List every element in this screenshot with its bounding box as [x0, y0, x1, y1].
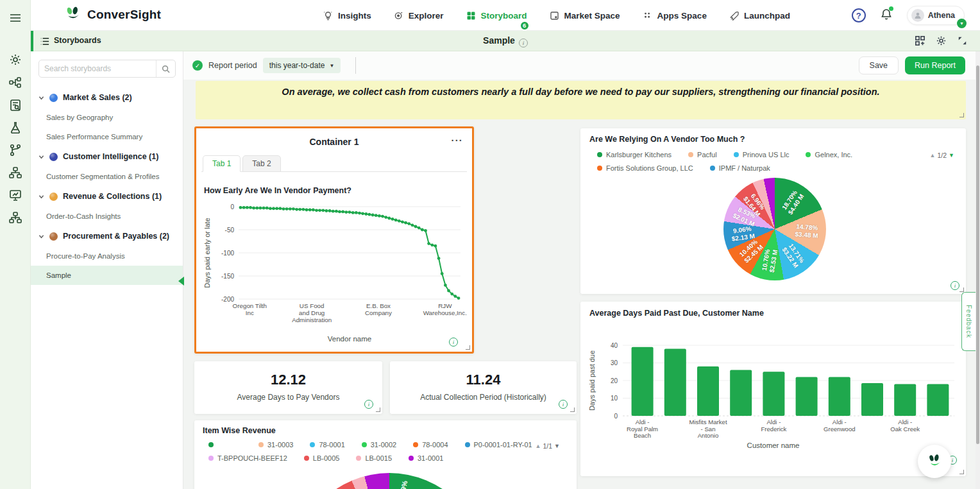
legend-item-LB-0005[interactable]: LB-0005: [304, 454, 340, 462]
sitemap-icon[interactable]: [8, 166, 22, 180]
kpi-card-days-to-pay[interactable]: 12.12 Average Days to Pay Vendors i: [194, 361, 382, 414]
org-chart-icon[interactable]: [8, 210, 22, 225]
user-menu[interactable]: Athena ▼: [907, 6, 965, 25]
board-settings-gear-icon[interactable]: [935, 35, 947, 47]
legend-page-down-icon[interactable]: ▼: [949, 152, 954, 159]
legend-item-31-0002[interactable]: 31-0002: [362, 441, 396, 449]
vendor-pie-card[interactable]: Are We Relying On A Vendor Too Much ? Ka…: [580, 128, 966, 294]
item-revenue-pie-chart[interactable]: 9%: [293, 473, 486, 489]
widget-info-icon[interactable]: i: [449, 338, 458, 347]
search-icon[interactable]: [156, 60, 175, 77]
legend-item-Karlsburger Kitchens[interactable]: Karlsburger Kitchens: [597, 151, 672, 159]
days-past-due-bar-chart[interactable]: 010203040Aldi -Royal PalmBeachMisfits Ma…: [586, 320, 961, 442]
svg-text:Administration: Administration: [292, 316, 332, 323]
nav-explorer[interactable]: Explorer: [393, 10, 444, 21]
report-period-dropdown[interactable]: this year-to-date▼: [263, 58, 341, 73]
legend-item-Fortis Solutions Group, LLC[interactable]: Fortis Solutions Group, LLC: [597, 164, 693, 172]
git-branch-icon[interactable]: [8, 143, 22, 157]
nav-market-space[interactable]: Market Space: [549, 10, 620, 21]
insights-bulb-icon: [323, 10, 334, 21]
search-input[interactable]: [39, 64, 156, 73]
legend-item-blank[interactable]: [208, 442, 242, 447]
kpi-card-collection-period[interactable]: 11.24 Actual Collection Period (Historic…: [390, 361, 577, 414]
hamburger-menu-icon[interactable]: [8, 11, 22, 25]
conversight-logo[interactable]: ConverSight: [64, 6, 161, 24]
widget-info-icon[interactable]: i: [559, 400, 568, 409]
legend-page-up-icon[interactable]: ▲: [536, 443, 541, 449]
legend-item-78-0001[interactable]: 78-0001: [310, 441, 344, 449]
legend-item-31-0003[interactable]: 31-0003: [258, 441, 293, 449]
tree-item-order-to-cash-insights[interactable]: Order-to-Cash Insights: [31, 207, 183, 226]
kpi-value: 12.12: [194, 372, 382, 388]
notifications-bell[interactable]: [880, 8, 893, 23]
container-menu-dots[interactable]: ...: [451, 132, 463, 143]
save-button[interactable]: Save: [859, 56, 899, 74]
vendor-pie-chart[interactable]: 18.70%$4.40 M14.78%$3.48 M13.71%$3.22 M1…: [723, 178, 826, 280]
resize-corner[interactable]: [466, 345, 470, 350]
resize-corner[interactable]: [570, 408, 575, 412]
vendor-payment-scatter-chart[interactable]: 0-50-100-150-200Oregon TilthIncUS Foodan…: [201, 195, 469, 348]
svg-text:-100: -100: [221, 250, 234, 257]
resize-corner[interactable]: [376, 408, 380, 412]
storyboard-icon: [466, 10, 477, 21]
tree-item-customer-segmentation-profiles[interactable]: Customer Segmentation & Profiles: [31, 167, 183, 186]
presentation-chart-icon[interactable]: [8, 188, 22, 202]
legend-page-up-icon[interactable]: ▲: [930, 152, 936, 159]
legend-item-Prinova US Llc[interactable]: Prinova US Llc: [734, 151, 790, 159]
widget-info-icon[interactable]: i: [950, 281, 959, 290]
legend-page-down-icon[interactable]: ▼: [554, 443, 560, 449]
legend-item-T-BPPOUCH-BEEF12[interactable]: T-BPPOUCH-BEEF12: [208, 454, 287, 462]
scrollbar-thumb[interactable]: [976, 65, 979, 444]
legend-item-Gelnex, Inc.[interactable]: Gelnex, Inc.: [806, 151, 852, 159]
athena-chat-bubble[interactable]: [918, 445, 951, 478]
toolbar-divider: [355, 57, 356, 74]
globe-icon: [49, 94, 58, 102]
item-revenue-card[interactable]: Item Wise Revenue 31-000378-000131-00027…: [194, 420, 577, 489]
resize-corner[interactable]: [959, 113, 964, 117]
legend-dot: [734, 152, 739, 157]
tree-item-procure-to-pay-analysis[interactable]: Procure-to-Pay Analysis: [31, 246, 183, 266]
left-icon-rail: [0, 0, 31, 489]
document-search-icon[interactable]: [8, 98, 22, 112]
fullscreen-expand-icon[interactable]: [956, 35, 968, 47]
feedback-tab[interactable]: Feedback: [961, 292, 976, 351]
tree-group-3[interactable]: Procurement & Payables (2): [31, 226, 183, 246]
report-period-check-icon[interactable]: ✓: [192, 60, 203, 71]
tree-item-sales-by-geography[interactable]: Sales by Geography: [31, 108, 183, 127]
svg-text:10: 10: [611, 395, 618, 402]
nav-launchpad[interactable]: Launchpad: [729, 10, 790, 21]
legend-item-78-0004[interactable]: 78-0004: [413, 441, 448, 449]
title-info-icon[interactable]: i: [519, 39, 528, 47]
resize-corner[interactable]: [959, 470, 964, 474]
container-1-card[interactable]: Container 1 ... Tab 1 Tab 2 How Early Ar…: [194, 126, 474, 354]
legend-item-P0-0001-01-RY-01[interactable]: P0-0001-01-RY-01: [465, 441, 532, 449]
tab-1[interactable]: Tab 1: [203, 155, 241, 172]
tree-group-2[interactable]: Revenue & Collections (1): [31, 186, 183, 207]
tree-group-0[interactable]: Market & Sales (2): [31, 87, 183, 108]
container-tabs: Tab 1 Tab 2: [201, 155, 467, 172]
nav-apps-space[interactable]: Apps Space: [642, 10, 707, 21]
settings-gear-icon[interactable]: [8, 53, 22, 67]
widget-info-icon[interactable]: i: [364, 400, 373, 409]
tree-group-1[interactable]: Customer Intelligence (1): [31, 146, 183, 167]
tree-item-sample[interactable]: Sample: [31, 266, 183, 285]
legend-item-LB-0015[interactable]: LB-0015: [356, 454, 392, 462]
nav-storyboard[interactable]: Storyboard 6: [466, 10, 527, 21]
run-report-button[interactable]: Run Report: [905, 56, 965, 74]
nav-insights[interactable]: Insights: [323, 10, 371, 21]
legend-item-IPMF / Naturpak[interactable]: IPMF / Naturpak: [710, 164, 770, 172]
legend-item-31-0001[interactable]: 31-0001: [409, 454, 443, 462]
kpi-label: Average Days to Pay Vendors: [194, 393, 382, 402]
resize-corner[interactable]: [959, 287, 964, 292]
legend-item-Pacful[interactable]: Pacful: [688, 151, 717, 159]
sidebar-collapse-handle[interactable]: [178, 277, 184, 286]
market-space-icon: [549, 10, 560, 21]
flask-icon[interactable]: [8, 121, 22, 135]
bar-chart-card[interactable]: Average Days Paid Past Due, Customer Nam…: [580, 302, 966, 476]
add-widget-grid-icon[interactable]: [914, 35, 926, 47]
help-icon[interactable]: ?: [852, 8, 866, 22]
tab-2[interactable]: Tab 2: [242, 155, 280, 172]
tree-item-sales-performance-summary[interactable]: Sales Performance Summary: [31, 127, 183, 146]
insight-banner: On average, we collect cash from custome…: [196, 81, 966, 119]
network-share-icon[interactable]: [8, 76, 22, 90]
